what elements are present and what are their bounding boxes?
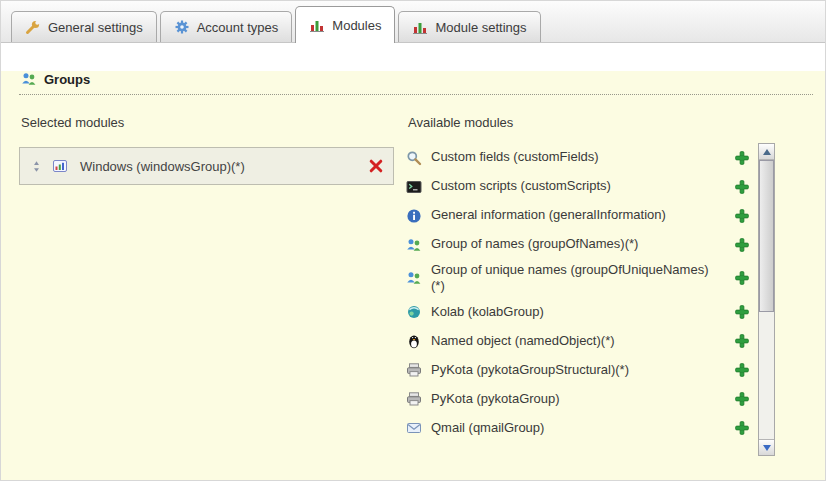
content: Groups Selected modules Windows (windows… [1,71,825,481]
penguin-icon [406,333,422,349]
mail-icon [406,420,422,436]
add-module-button[interactable] [734,237,750,253]
modules-columns: Selected modules Windows (windowsGroup)(… [1,95,825,456]
available-module-row: Custom scripts (customScripts) [406,172,758,201]
kolab-icon [406,304,422,320]
plus-icon [734,270,750,286]
available-module-label: Group of names (groupOfNames)(*) [431,236,719,252]
printer-icon [406,391,422,407]
info-icon [406,208,422,224]
gear-icon [174,19,190,35]
tab-label: Module settings [435,20,526,35]
available-module-label: Group of unique names (groupOfUniqueName… [431,262,719,295]
available-module-row: PyKota (pykotaGroup) [406,385,758,414]
group-icon [406,237,422,253]
scrollbar-down-button[interactable] [759,439,774,455]
available-module-row: General information (generalInformation) [406,201,758,230]
script-icon [406,179,422,195]
available-module-row: Qmail (qmailGroup) [406,414,758,443]
drag-handle[interactable] [26,160,46,173]
available-modules-body: Custom fields (customFields) Custom scri… [406,143,777,456]
scrollbar[interactable] [758,143,775,456]
plus-icon [734,208,750,224]
scrollbar-thumb[interactable] [759,160,774,312]
available-modules-heading: Available modules [406,115,777,130]
group-icon [406,270,422,286]
tab-module-settings[interactable]: Module settings [398,11,540,42]
available-module-label: Kolab (kolabGroup) [431,304,719,320]
scrollbar-track[interactable] [759,160,774,439]
available-module-label: Custom scripts (customScripts) [431,178,719,194]
selected-modules-panel: Selected modules Windows (windowsGroup)(… [19,115,394,185]
plus-icon [734,237,750,253]
available-module-row: Group of unique names (groupOfUniqueName… [406,259,758,298]
available-module-label: Named object (namedObject)(*) [431,333,719,349]
tab-label: Modules [332,18,381,33]
magnifier-icon [406,150,422,166]
add-module-button[interactable] [734,391,750,407]
available-module-row: Kolab (kolabGroup) [406,298,758,327]
selected-modules-list: Windows (windowsGroup)(*) [19,147,394,185]
page-title: Groups [44,72,90,87]
available-modules-panel: Available modules Custom fields (customF… [406,115,777,456]
selected-modules-heading: Selected modules [19,115,394,130]
available-module-row: Named object (namedObject)(*) [406,327,758,356]
plus-icon [734,333,750,349]
tab-label: Account types [197,20,279,35]
scroll-down-icon [763,445,771,451]
add-module-button[interactable] [734,420,750,436]
add-module-button[interactable] [734,304,750,320]
tab-bar: General settings Account types Modules M… [1,1,825,43]
remove-module-button[interactable] [368,158,384,174]
selected-module-row[interactable]: Windows (windowsGroup)(*) [19,147,394,185]
app-window: General settings Account types Modules M… [0,0,826,481]
available-module-row: PyKota (pykotaGroupStructural)(*) [406,356,758,385]
section-header: Groups [19,71,813,95]
available-module-label: Qmail (qmailGroup) [431,420,719,436]
available-module-row: Custom fields (customFields) [406,143,758,172]
drag-arrows-icon [30,160,43,173]
tab-label: General settings [48,20,143,35]
chart-icon [309,17,325,33]
add-module-button[interactable] [734,362,750,378]
delete-icon [368,158,384,174]
available-module-label: Custom fields (customFields) [431,149,719,165]
plus-icon [734,362,750,378]
available-module-label: General information (generalInformation) [431,207,719,223]
add-module-button[interactable] [734,150,750,166]
groups-icon [21,71,37,87]
available-module-row: Group of names (groupOfNames)(*) [406,230,758,259]
add-module-button[interactable] [734,208,750,224]
plus-icon [734,150,750,166]
add-module-button[interactable] [734,333,750,349]
windows-icon [52,158,68,174]
tab-account-types[interactable]: Account types [160,11,293,42]
wrench-icon [25,19,41,35]
selected-module-label: Windows (windowsGroup)(*) [80,159,368,174]
plus-icon [734,420,750,436]
plus-icon [734,304,750,320]
available-modules-list: Custom fields (customFields) Custom scri… [406,143,758,456]
available-module-label: PyKota (pykotaGroup) [431,391,719,407]
tab-general-settings[interactable]: General settings [11,11,157,42]
tab-modules[interactable]: Modules [295,6,395,43]
scroll-up-icon [763,149,771,155]
add-module-button[interactable] [734,179,750,195]
scrollbar-up-button[interactable] [759,144,774,160]
add-module-button[interactable] [734,270,750,286]
plus-icon [734,391,750,407]
printer-icon [406,362,422,378]
chart-icon [412,19,428,35]
plus-icon [734,179,750,195]
available-module-label: PyKota (pykotaGroupStructural)(*) [431,362,719,378]
